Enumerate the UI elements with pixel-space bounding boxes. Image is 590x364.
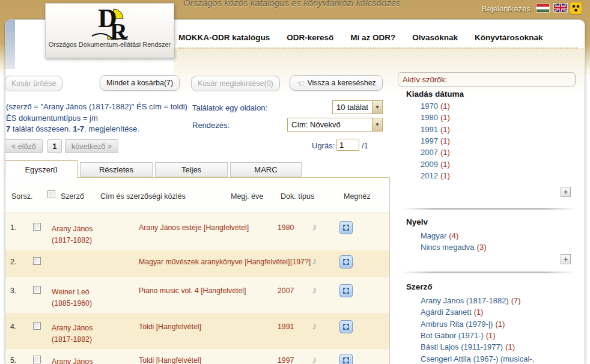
- row-checkbox[interactable]: [33, 257, 41, 265]
- title-link[interactable]: Piano music vol. 4 [Hangfelvétel]: [139, 287, 246, 295]
- expand-view-button[interactable]: [339, 255, 353, 268]
- row-checkbox[interactable]: [33, 356, 41, 363]
- publish-year: 2007: [278, 287, 294, 295]
- col-header-view: Megnéz: [344, 192, 370, 201]
- result-count-line: 7 találat összesen. 1-7. megjelenítése.: [6, 124, 189, 135]
- back-to-search-button[interactable]: ☜ Vissza a kereséshez: [290, 75, 383, 91]
- view-cart-button[interactable]: Kosár megtekintése(0): [191, 76, 280, 91]
- date-filter-list: 1970(1) 1980(1) 1991(1) 1997(1) 2007(1) …: [421, 100, 450, 181]
- music-note-icon: ♪: [312, 222, 317, 232]
- filter-section-author-title: Szerző: [406, 282, 433, 291]
- add-all-to-cart-button[interactable]: Mindet a kosárba(7): [100, 75, 180, 91]
- row-checkbox[interactable]: [33, 322, 41, 330]
- filter-item-language[interactable]: Magyar(4): [421, 230, 487, 241]
- page: Országos közös katalógus és könyvtárközi…: [0, 0, 590, 364]
- nav-mokka-odr-katalogus[interactable]: MOKKA-ODR katalógus: [178, 33, 270, 42]
- current-page-button[interactable]: 1: [47, 139, 62, 153]
- filter-item-date[interactable]: 2009(1): [421, 158, 450, 169]
- col-header-doctype: Dok. típus: [281, 192, 314, 201]
- tab-reszletes[interactable]: Részletes: [80, 162, 153, 177]
- filter-item-author[interactable]: Básti Lajos (1911-1977)(1): [421, 341, 537, 353]
- filter-item-date[interactable]: 1991(1): [421, 124, 450, 135]
- prev-page-button[interactable]: < előző: [5, 139, 43, 153]
- publish-year: 1997: [278, 356, 294, 364]
- filter-item-date[interactable]: 2012(1): [421, 170, 450, 181]
- hungarian-flag-icon[interactable]: [537, 4, 549, 12]
- row-number: 4.: [10, 323, 16, 331]
- per-page-label: Találatok egy oldalon:: [192, 103, 267, 112]
- expand-view-button[interactable]: [339, 320, 353, 333]
- nav-odr-kereso[interactable]: ODR-kereső: [287, 33, 333, 42]
- expand-view-button[interactable]: [339, 221, 353, 234]
- tab-egyszeru[interactable]: Egyszerű: [5, 160, 78, 178]
- active-filters-label: Aktív szűrők:: [403, 75, 447, 84]
- author-filter-list: Arany János (1817-1882)(7) Agárdi Zsanet…: [421, 295, 537, 364]
- nav-mi-az-odr[interactable]: Mi az ODR?: [350, 33, 395, 42]
- per-page-select[interactable]: 10 találat ▼: [332, 100, 383, 114]
- filter-item-author[interactable]: Ambrus Rita (1979-|)(1): [421, 318, 537, 330]
- title-link[interactable]: Magyar művészek aranykönyve [Hangfelvéte…: [139, 258, 290, 266]
- tab-teljes[interactable]: Teljes: [155, 162, 228, 177]
- sort-select[interactable]: Cím: Növekvő ▼: [287, 118, 383, 132]
- logo-caption: Országos Dokumentum-ellátási Rendszer: [46, 41, 174, 48]
- filter-item-date[interactable]: 1970(1): [421, 100, 450, 112]
- filter-item-author[interactable]: Agárdi Zsanett(1): [421, 306, 537, 318]
- search-summary: (szerző = "Arany János (1817-1882)" ÉS c…: [6, 102, 189, 135]
- expand-view-button[interactable]: [339, 354, 353, 364]
- author-link[interactable]: Arany János (1817-1882): [52, 223, 136, 246]
- row-checkbox[interactable]: [33, 223, 41, 231]
- row-number: 1.: [10, 223, 16, 232]
- uk-flag-icon[interactable]: [554, 4, 567, 12]
- row-number: 5.: [10, 356, 16, 364]
- filter-item-date[interactable]: 1997(1): [421, 135, 450, 147]
- filter-item-date[interactable]: 1980(1): [421, 112, 450, 123]
- music-note-icon: ♪: [312, 321, 317, 332]
- title-link[interactable]: Arany János estéje [Hangfelvétel]: [139, 223, 249, 232]
- language-filter-list: Magyar(4) Nincs megadva(3): [421, 230, 487, 253]
- expand-view-button[interactable]: [339, 284, 353, 297]
- more-languages-button[interactable]: +: [561, 254, 571, 264]
- col-header-year: Megj. éve: [231, 192, 263, 201]
- filter-item-author[interactable]: Csengeri Attila (1967-) (musical-,: [421, 353, 537, 364]
- site-title: Országos közös katalógus és könyvtárközi…: [183, 0, 401, 8]
- nav-konyvtarosoknak[interactable]: Könyvtárosoknak: [475, 33, 543, 42]
- table-row: 3. Weiner Leó (1885-1960) Piano music vo…: [5, 277, 389, 313]
- jump-page-input[interactable]: [336, 139, 359, 151]
- title-link[interactable]: Toldi [Hangfelvétel]: [139, 356, 201, 364]
- music-note-icon: ♪: [312, 354, 317, 364]
- accessibility-icon[interactable]: [570, 2, 582, 14]
- row-checkbox[interactable]: [33, 286, 41, 294]
- author-link[interactable]: Arany János: [52, 356, 136, 364]
- author-link[interactable]: Weiner Leó (1885-1960): [52, 287, 136, 309]
- publish-year: 1991: [278, 323, 294, 331]
- filter-item-date[interactable]: 2007(1): [421, 147, 450, 158]
- table-row: 4. Arany János (1817-1882) Toldi [Hangfe…: [5, 313, 389, 349]
- filter-item-author[interactable]: Bot Gábor (1971-)(1): [421, 330, 537, 341]
- row-number: 3.: [10, 287, 16, 295]
- more-dates-button[interactable]: +: [561, 187, 571, 197]
- publish-year: 1980: [278, 223, 294, 232]
- row-number: 2.: [10, 258, 16, 266]
- select-all-checkbox[interactable]: [47, 190, 55, 198]
- publish-year: [197?]: [290, 258, 311, 266]
- odr-logo-box[interactable]: D R Országos Dokumentum-ellátási Rendsze…: [45, 3, 174, 58]
- chevron-down-icon: ▼: [372, 101, 382, 114]
- login-link[interactable]: Bejelentkezés: [482, 4, 531, 13]
- tab-marc[interactable]: MARC: [230, 162, 302, 177]
- next-page-button[interactable]: következő >: [65, 139, 118, 153]
- active-filters-box: Aktív szűrők:: [398, 72, 576, 86]
- music-note-icon: ♪: [312, 285, 317, 296]
- title-link[interactable]: Toldi [Hangfelvétel]: [139, 323, 201, 331]
- col-header-title: Cím és szerzőségi közlés: [100, 192, 186, 201]
- sidebar-divider: [401, 271, 576, 273]
- nav-olvasoknak[interactable]: Olvasóknak: [412, 33, 458, 42]
- sidebar-divider: [401, 208, 576, 210]
- filter-item-author[interactable]: Arany János (1817-1882)(7): [421, 295, 537, 306]
- filter-section-language-title: Nyelv: [406, 217, 428, 226]
- table-row: 1. Arany János (1817-1882) Arany János e…: [5, 213, 389, 250]
- empty-cart-button[interactable]: Kosár ürítése: [5, 76, 62, 91]
- author-link[interactable]: Arany János (1817-1882): [52, 323, 136, 345]
- filter-item-language[interactable]: Nincs megadva(3): [421, 241, 487, 253]
- main-nav: MOKKA-ODR katalógus ODR-kereső Mi az ODR…: [178, 28, 543, 46]
- col-header-author: Szerző: [61, 192, 84, 201]
